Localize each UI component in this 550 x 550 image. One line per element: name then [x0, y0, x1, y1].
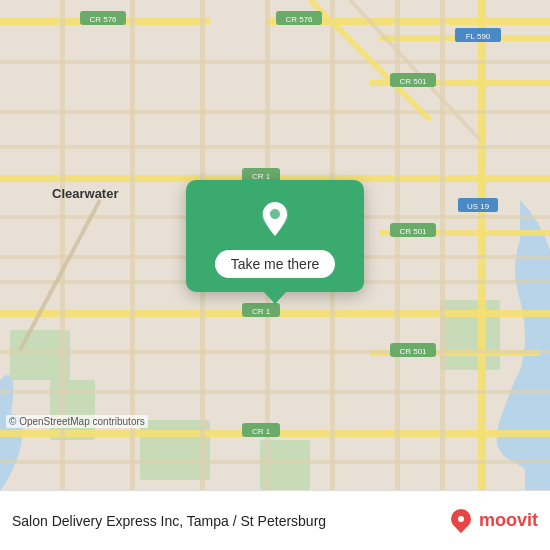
location-info-text: Salon Delivery Express Inc, Tampa / St P…	[12, 513, 437, 529]
svg-text:Clearwater: Clearwater	[52, 186, 118, 201]
location-popup: Take me there	[186, 180, 364, 292]
svg-rect-16	[478, 0, 486, 490]
map-copyright: © OpenStreetMap contributors	[6, 415, 148, 428]
moovit-logo: moovit	[447, 507, 538, 535]
svg-point-59	[458, 516, 464, 522]
svg-text:CR 576: CR 576	[285, 15, 313, 24]
svg-rect-1	[525, 350, 550, 490]
svg-rect-26	[0, 145, 550, 149]
svg-rect-25	[0, 110, 550, 114]
svg-rect-4	[140, 420, 210, 480]
svg-text:FL 590: FL 590	[466, 32, 491, 41]
svg-text:CR 1: CR 1	[252, 427, 271, 436]
svg-text:CR 1: CR 1	[252, 307, 271, 316]
location-pin-icon	[253, 198, 297, 242]
svg-text:CR 501: CR 501	[399, 77, 427, 86]
take-me-there-button[interactable]: Take me there	[215, 250, 336, 278]
moovit-pin-icon	[447, 507, 475, 535]
svg-text:CR 501: CR 501	[399, 347, 427, 356]
svg-rect-31	[0, 390, 550, 394]
info-bar: Salon Delivery Express Inc, Tampa / St P…	[0, 490, 550, 550]
svg-text:CR 501: CR 501	[399, 227, 427, 236]
svg-text:CR 576: CR 576	[89, 15, 117, 24]
svg-rect-32	[0, 460, 550, 464]
svg-rect-24	[0, 60, 550, 64]
svg-rect-30	[0, 350, 550, 354]
map-container: CR 576 CR 576 FL 590 CR 501 CR 501 CR 50…	[0, 0, 550, 490]
svg-text:US 19: US 19	[467, 202, 490, 211]
moovit-brand-text: moovit	[479, 510, 538, 531]
svg-rect-23	[440, 0, 445, 490]
